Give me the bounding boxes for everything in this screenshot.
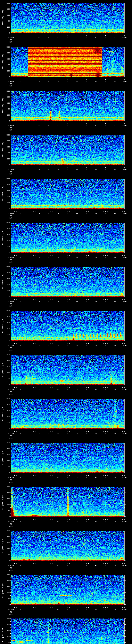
x-end-label: 24:00 [120,433,128,434]
date-line: Jun [7,480,15,482]
x-tick-label: 10 [27,125,32,126]
x-tick-label: 45 [94,257,98,258]
x-tick-label: 10 [27,37,32,38]
x-tick-label: 55 [112,477,118,478]
x-tick-label: 10 [27,345,32,346]
x-tick-label: 55 [112,565,118,566]
y-tick-label: 400 [4,504,10,505]
x-tick-label: 40 [84,301,89,302]
x-start-label: 8:21:00 [5,345,17,346]
x-tick-label: 25 [56,301,61,302]
x-tick-label: 55 [112,257,118,258]
y-tick-label: 200 [4,334,10,336]
spectrogram-panel: Frequency (Hz)020040060080010008:18:0051… [0,176,132,220]
y-tick-label: 200 [4,70,10,72]
x-tick-label: 5 [18,433,23,434]
x-tick-label: 55 [112,301,118,302]
x-tick-label: 5 [18,608,23,610]
date-line: 10 [7,347,15,348]
y-axis-label: Frequency (Hz) [2,274,4,290]
y-tick-label: 800 [4,184,10,186]
date-line: Jun [7,568,15,570]
x-tick-label: 20 [46,37,51,38]
x-tick-label: 50 [103,608,108,610]
x-start-label: 8:27:00 [5,608,17,610]
y-tick-label: 800 [4,52,10,54]
y-tick-label: 1000 [4,90,10,92]
date-line: 10 [7,478,15,480]
x-tick-label: 15 [36,213,42,214]
y-tick-label: 600 [4,234,10,236]
x-tick-label: 40 [84,37,89,38]
y-axis-label: Frequency (Hz) [2,317,4,334]
x-tick-label: 5 [18,81,23,82]
y-tick-label: 800 [4,8,10,10]
x-tick-label: 45 [94,345,98,346]
x-tick-label: 10 [27,477,32,478]
x-tick-label: 55 [112,37,118,38]
y-tick-label: 1000 [4,46,10,48]
x-tick-label: 30 [65,433,70,434]
y-tick-label: 0 [4,76,10,78]
x-tick-label: 45 [94,565,98,566]
x-tick-label: 5 [18,389,23,390]
y-axis-label: Frequency (Hz) [2,230,4,246]
date-line: 2015 [7,306,15,307]
y-tick-label: 400 [4,108,10,110]
date-line: 10 [7,83,15,84]
y-tick-label: 0 [4,516,10,517]
date-line: 10 [7,215,15,216]
date-line: Jun [7,304,15,306]
x-tick-label: 10 [27,608,32,610]
spectrogram-panel: Frequency (Hz)020040060080010008:15:0051… [0,44,132,88]
x-tick-label: 35 [74,433,80,434]
spectrogram-panel: Frequency (Hz)020040060080010008:23:0051… [0,396,132,440]
x-tick-label: 25 [56,520,61,522]
x-tick-label: 35 [74,37,80,38]
x-tick-label: 45 [94,477,98,478]
x-tick-label: 45 [94,125,98,126]
x-tick-label: 15 [36,433,42,434]
x-tick-label: 50 [103,301,108,302]
spectrogram-panel: Frequency (Hz)020040060080010008:26:0051… [0,528,132,572]
y-tick-label: 800 [4,580,10,581]
x-tick-label: 20 [46,477,51,478]
y-tick-label: 600 [4,498,10,499]
x-tick-label: 30 [65,389,70,390]
date-line: 2015 [7,130,15,132]
x-tick-label: 40 [84,608,89,610]
x-tick-label: 45 [94,301,98,302]
y-tick-label: 1000 [4,134,10,136]
date-line: 10 [7,259,15,260]
x-tick-label: 30 [65,257,70,258]
x-tick-label: 15 [36,257,42,258]
x-tick-label: 40 [84,520,89,522]
y-tick-label: 200 [4,202,10,204]
x-tick-label: 50 [103,169,108,170]
x-tick-label: 40 [84,257,89,258]
y-tick-label: 800 [4,360,10,362]
date-line: Jun [7,524,15,526]
y-tick-label: 0 [4,208,10,210]
x-tick-label: 35 [74,608,80,610]
x-start-label: 8:24:00 [5,477,17,478]
x-tick-label: 30 [65,345,70,346]
date-line: 10 [7,171,15,172]
y-axis-label: Frequency (Hz) [2,98,4,114]
x-tick-label: 15 [36,477,42,478]
x-tick-label: 35 [74,169,80,170]
x-tick-label: 5 [18,169,23,170]
x-tick-label: 20 [46,608,51,610]
x-tick-label: 10 [27,520,32,522]
x-end-label: 21:00 [120,301,128,302]
x-tick-label: 55 [112,345,118,346]
x-tick-label: 5 [18,213,23,214]
x-tick-label: 35 [74,301,80,302]
date-line: 2015 [7,614,15,615]
date-line: 2015 [7,482,15,483]
x-tick-label: 20 [46,257,51,258]
y-tick-label: 1000 [4,530,10,532]
y-tick-label: 1000 [4,2,10,4]
x-start-label: 8:14:00 [5,37,17,38]
x-tick-label: 20 [46,345,51,346]
